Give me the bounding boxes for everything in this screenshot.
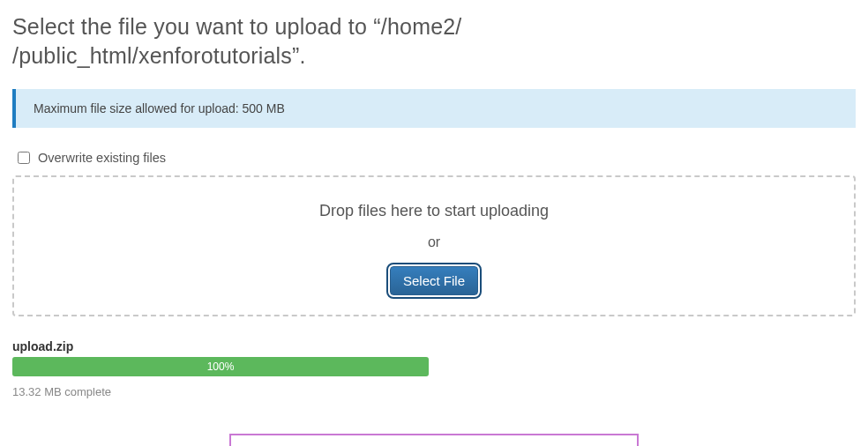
info-box: Maximum file size allowed for upload: 50…	[12, 89, 856, 128]
upload-status-text: 13.32 MB complete	[12, 385, 856, 398]
drop-zone[interactable]: Drop files here to start uploading or Se…	[12, 175, 856, 316]
drop-zone-text2: or	[14, 234, 854, 250]
upload-file-name: upload.zip	[12, 339, 856, 353]
progress-fill: 100%	[12, 357, 429, 376]
progress-bar: 100%	[12, 357, 429, 376]
upload-status: upload.zip 100% 13.32 MB complete	[12, 339, 856, 398]
footer: Go Back to “/home2/ /public_html/xenforo…	[12, 434, 856, 446]
info-text: Maximum file size allowed for upload: 50…	[34, 101, 285, 115]
overwrite-row: Overwrite existing files	[14, 149, 856, 167]
overwrite-label[interactable]: Overwrite existing files	[38, 151, 166, 165]
page-title: Select the file you want to upload to “/…	[12, 12, 856, 70]
overwrite-checkbox[interactable]	[18, 152, 30, 164]
select-file-button[interactable]: Select File	[390, 266, 478, 295]
title-prefix: Select the file you want to upload to “/…	[12, 14, 462, 39]
title-suffix: /public_html/xenforotutorials”.	[12, 43, 306, 68]
go-back-highlight: Go Back to “/home2/ /public_html/xenforo…	[229, 434, 639, 446]
drop-zone-text1: Drop files here to start uploading	[14, 202, 854, 220]
